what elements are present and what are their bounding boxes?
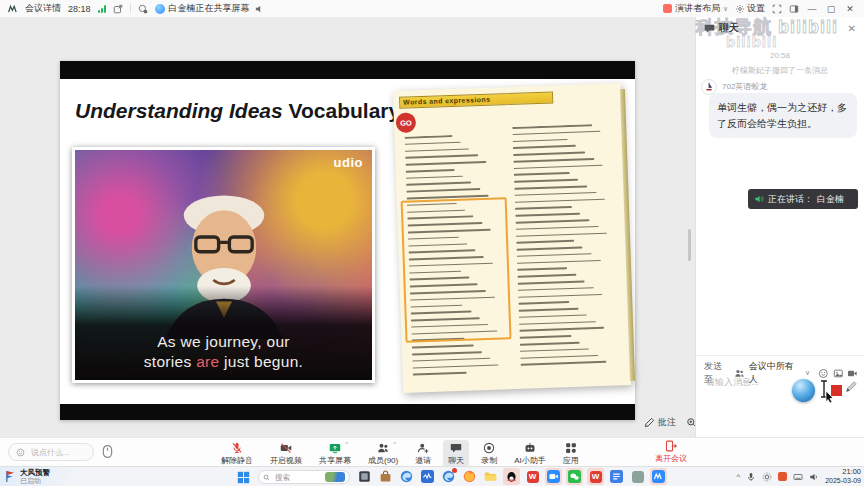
- toolbar-mic-off-button[interactable]: 解除静音: [216, 440, 258, 468]
- toolbar-item-label: 应用: [563, 455, 579, 466]
- app-logo-icon: [8, 4, 18, 14]
- meeting-details-menu[interactable]: 会议详情: [25, 2, 61, 15]
- taskbar-docs-app[interactable]: [608, 468, 625, 485]
- notification-badge: [452, 468, 457, 473]
- leave-door-icon: [665, 440, 677, 452]
- sharer-avatar: [155, 4, 165, 14]
- taskbar-green-app[interactable]: [629, 468, 646, 485]
- start-button[interactable]: [237, 470, 250, 486]
- record-icon: [483, 442, 495, 454]
- search-icon: [263, 474, 270, 481]
- toolbar-share-screen-button[interactable]: ^共享屏幕: [314, 440, 356, 468]
- warning-flag-icon: [5, 470, 16, 483]
- fullscreen-icon[interactable]: [772, 4, 782, 14]
- windows-taskbar: 大风预警 已启动 WW ^ 21:00 2025-03-09: [0, 466, 864, 486]
- assistant-ball-button[interactable]: [792, 379, 815, 402]
- toolbar-apps-button[interactable]: 应用: [558, 440, 584, 468]
- toolbar-record-button[interactable]: 录制: [476, 440, 502, 468]
- toolbar-members-button[interactable]: ^成员(90): [363, 440, 403, 468]
- annotate-button[interactable]: 批注: [644, 416, 676, 429]
- slide-photo: udio As we journey, our stories are just…: [72, 147, 375, 383]
- layout-button[interactable]: 演讲者布局∨: [663, 2, 728, 15]
- members-icon: ^: [377, 442, 389, 454]
- wps-doc-app-icon: W: [590, 471, 602, 483]
- main-area: Understanding Ideas Vocabulary: [0, 17, 864, 437]
- toolbar-ai-button[interactable]: AI小助手: [509, 440, 551, 468]
- taskbar-monitor-app[interactable]: [419, 468, 436, 485]
- chat-icon: [450, 442, 462, 454]
- taskbar-voov-app[interactable]: [650, 468, 667, 485]
- taskbar-task-view-app[interactable]: [356, 468, 373, 485]
- tray-settings-icon[interactable]: [762, 472, 772, 482]
- weather-widget[interactable]: 大风预警 已启动: [0, 467, 81, 486]
- page-edge: [620, 89, 635, 381]
- quick-chat-box[interactable]: [8, 443, 94, 461]
- close-button[interactable]: ✕: [844, 4, 856, 14]
- taskbar-edge-beta-app[interactable]: [440, 468, 457, 485]
- smiley-icon: [16, 448, 25, 457]
- leave-meeting-button[interactable]: 离开会议: [648, 440, 694, 464]
- speaking-indicator: 正在讲话：白金楠: [748, 189, 858, 209]
- recall-notice: 柠檬斯妃子撤回了一条消息: [696, 65, 864, 76]
- touch-keyboard-icon[interactable]: [793, 472, 803, 482]
- toolbar-item-label: 邀请: [415, 455, 431, 466]
- taskbar-meeting-app[interactable]: [545, 468, 562, 485]
- tray-mic-icon[interactable]: [746, 472, 756, 482]
- divider: [696, 355, 864, 356]
- settings-button[interactable]: [735, 4, 745, 14]
- search-input[interactable]: [273, 472, 317, 483]
- chat-panel: 聊天 ✕ 科技导航 bilibili bilibili 20:58 柠檬斯妃子撤…: [695, 17, 864, 437]
- maximize-button[interactable]: ▢: [825, 4, 837, 14]
- speaker-icon: [754, 194, 764, 204]
- chat-bubble-icon: [704, 23, 715, 34]
- taskbar-folder-app[interactable]: [482, 468, 499, 485]
- taskbar-wechat-app[interactable]: [566, 468, 583, 485]
- network-signal-icon: [98, 5, 106, 13]
- toolbar-item-label: 录制: [481, 455, 497, 466]
- quick-chat-input[interactable]: [29, 447, 87, 458]
- remote-control-button[interactable]: [102, 444, 113, 463]
- taskbar-firefox-app[interactable]: [461, 468, 478, 485]
- toolbar-item-label: 开启视频: [270, 455, 302, 466]
- taskbar-search[interactable]: [258, 470, 350, 484]
- hidden-icons-chevron[interactable]: ^: [736, 472, 740, 481]
- chat-timestamp: 20:58: [696, 51, 864, 60]
- photo-caption: As we journey, our stories are just begu…: [75, 286, 372, 380]
- apps-icon: [565, 442, 577, 454]
- interpretation-icon[interactable]: [138, 4, 148, 14]
- taskbar-apps: WW: [356, 468, 667, 485]
- taskbar-edge-app[interactable]: [398, 468, 415, 485]
- minimize-button[interactable]: —: [806, 4, 818, 14]
- taskbar-store-app[interactable]: [377, 468, 394, 485]
- pencil-icon: [644, 417, 655, 428]
- tray-app-icon[interactable]: [778, 472, 787, 481]
- panel-scrollbar[interactable]: [688, 229, 691, 261]
- toolbar-camera-off-button[interactable]: 开启视频: [265, 440, 307, 468]
- toolbar-item-label: AI小助手: [514, 455, 546, 466]
- toolbar-item-label: 解除静音: [221, 455, 253, 466]
- taskbar-wps-doc-app[interactable]: W: [587, 468, 604, 485]
- sharing-audio-icon[interactable]: [254, 4, 264, 14]
- share-link-icon[interactable]: [113, 4, 123, 14]
- go-badge: GO: [396, 112, 417, 133]
- vocab-column-right: [512, 124, 617, 381]
- meeting-window: 会议详情 28:18 白金楠正在共享屏幕 演讲者布局∨: [0, 0, 864, 486]
- toolbar-invite-button[interactable]: 邀请: [410, 440, 436, 468]
- volume-icon[interactable]: [809, 472, 819, 482]
- slide-title: Understanding Ideas Vocabulary: [75, 99, 400, 123]
- toolbar-items: 解除静音开启视频^共享屏幕^成员(90)邀请聊天录制AI小助手应用: [216, 440, 584, 468]
- toolbar-item-label: 成员(90): [368, 455, 398, 466]
- settings-label[interactable]: 设置: [747, 2, 765, 15]
- taskbar-qq-app[interactable]: [503, 468, 520, 485]
- chat-close-icon[interactable]: ✕: [848, 23, 856, 34]
- search-highlight-image: [325, 472, 345, 482]
- toolbar-chat-button[interactable]: 聊天: [443, 440, 469, 468]
- shared-screen: Understanding Ideas Vocabulary: [60, 61, 635, 420]
- color-swatch-red[interactable]: [831, 385, 842, 396]
- taskbar-wps-app[interactable]: W: [524, 468, 541, 485]
- side-panel-toggle-icon[interactable]: [789, 4, 799, 14]
- vocabulary-page: Words and expressions GO: [393, 83, 631, 393]
- taskbar-clock[interactable]: 21:00 2025-03-09: [825, 468, 861, 485]
- annotation-pencil-icon[interactable]: [844, 380, 858, 394]
- toolbar-item-label: 聊天: [448, 455, 464, 466]
